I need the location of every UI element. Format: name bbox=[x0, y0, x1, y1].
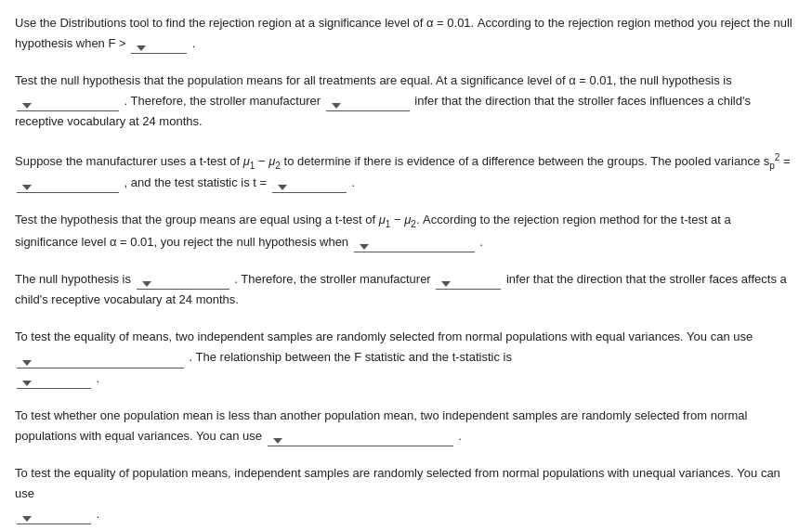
p3-text2: , and the test statistic is t = bbox=[121, 175, 270, 189]
select-7[interactable] bbox=[137, 281, 229, 290]
dropdown-arrow-2[interactable] bbox=[22, 103, 32, 109]
paragraph-1: Use the Distributions tool to find the r… bbox=[15, 13, 797, 54]
dropdown-arrow-10[interactable] bbox=[22, 381, 32, 386]
dropdown-arrow-4[interactable] bbox=[22, 185, 32, 190]
p1-text2: . bbox=[189, 36, 195, 50]
select-11[interactable] bbox=[268, 438, 453, 446]
p7-text2: . bbox=[455, 429, 462, 443]
dropdown-arrow-5[interactable] bbox=[278, 185, 287, 190]
dropdown-arrow-9[interactable] bbox=[22, 360, 32, 366]
select-12[interactable] bbox=[17, 516, 91, 524]
p8-text2: . bbox=[93, 507, 99, 521]
dropdown-arrow-1[interactable] bbox=[137, 45, 146, 51]
p4-text2: . bbox=[477, 235, 483, 249]
select-4[interactable] bbox=[17, 185, 119, 193]
select-9[interactable] bbox=[17, 360, 184, 368]
select-3[interactable] bbox=[326, 103, 410, 111]
p2-text2: . Therefore, the stroller manufacturer bbox=[121, 94, 324, 108]
dropdown-arrow-11[interactable] bbox=[273, 438, 282, 444]
dropdown-arrow-8[interactable] bbox=[441, 281, 451, 287]
p2-text1: Test the null hypothesis that the popula… bbox=[15, 73, 732, 87]
p6-text3: . bbox=[93, 371, 99, 385]
p6-text2: . The relationship between the F statist… bbox=[186, 350, 512, 364]
p8-text1: To test the equality of population means… bbox=[15, 466, 780, 500]
select-10[interactable] bbox=[17, 381, 91, 389]
content-area: Use the Distributions tool to find the r… bbox=[15, 13, 797, 524]
p3-text3: . bbox=[348, 175, 355, 189]
paragraph-6: To test the equality of means, two indep… bbox=[15, 327, 797, 388]
select-1[interactable] bbox=[131, 45, 187, 54]
select-5[interactable] bbox=[272, 185, 347, 193]
paragraph-7: To test whether one population mean is l… bbox=[15, 406, 797, 446]
select-2[interactable] bbox=[17, 103, 119, 111]
dropdown-arrow-3[interactable] bbox=[332, 103, 341, 109]
paragraph-3: Suppose the manufacturer uses a t-test o… bbox=[15, 149, 797, 193]
p5-text1: The null hypothesis is bbox=[15, 272, 135, 286]
paragraph-8: To test the equality of population means… bbox=[15, 463, 797, 524]
dropdown-arrow-7[interactable] bbox=[142, 281, 151, 287]
paragraph-2: Test the null hypothesis that the popula… bbox=[15, 71, 797, 132]
select-6[interactable] bbox=[354, 244, 475, 252]
dropdown-arrow-6[interactable] bbox=[360, 244, 369, 250]
p5-text2: . Therefore, the stroller manufacturer bbox=[231, 272, 435, 286]
p3-text1: Suppose the manufacturer uses a t-test o… bbox=[15, 154, 791, 168]
select-8[interactable] bbox=[436, 281, 501, 290]
dropdown-arrow-12[interactable] bbox=[22, 516, 32, 522]
paragraph-4: Test the hypothesis that the group means… bbox=[15, 210, 797, 252]
paragraph-5: The null hypothesis is . Therefore, the … bbox=[15, 269, 797, 310]
p6-text1: To test the equality of means, two indep… bbox=[15, 330, 753, 343]
